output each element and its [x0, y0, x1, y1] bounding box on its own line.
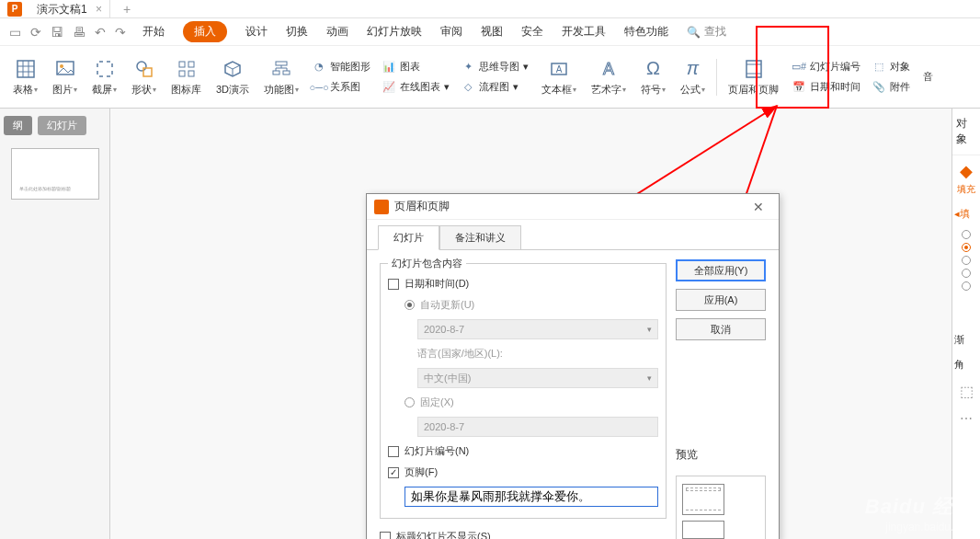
svg-rect-13	[276, 62, 287, 65]
ribbon-shapes[interactable]: 形状▾	[126, 50, 162, 105]
checkbox-datetime[interactable]	[388, 279, 399, 290]
menu-review[interactable]: 审阅	[440, 24, 462, 40]
checkbox-hide-title[interactable]	[380, 532, 391, 540]
dialog-tab-slide[interactable]: 幻灯片	[378, 225, 439, 250]
qat-print-icon[interactable]: 🖶	[73, 25, 85, 40]
menu-animation[interactable]: 动画	[326, 24, 348, 40]
svg-rect-12	[188, 71, 194, 76]
ribbon-onlinechart[interactable]: 📈在线图表▾	[378, 78, 453, 97]
apply-button[interactable]: 应用(A)	[676, 289, 766, 311]
footer-text-input[interactable]	[405, 487, 658, 507]
checkbox-footer[interactable]	[388, 467, 399, 478]
fill-option-5[interactable]	[962, 281, 971, 291]
ribbon-screenshot[interactable]: 截屏▾	[86, 50, 122, 105]
new-tab-button[interactable]: +	[118, 2, 136, 17]
title-bar: P 演示文稿1 × +	[0, 0, 980, 18]
datetime-icon: 📅	[792, 80, 806, 95]
qat-save-icon[interactable]: 🖫	[51, 25, 63, 40]
more-icon[interactable]: ⋯	[952, 406, 980, 431]
menu-transition[interactable]: 切换	[286, 24, 308, 40]
thumb-tab-slides[interactable]: 幻灯片	[38, 116, 86, 135]
menu-view[interactable]: 视图	[481, 24, 503, 40]
qat-undo-icon[interactable]: ↶	[95, 25, 106, 40]
ribbon-iconlib[interactable]: 图标库	[165, 50, 207, 105]
ribbon-smartart[interactable]: ◔智能图形	[308, 58, 374, 76]
ribbon-wordart[interactable]: A艺术字▾	[586, 50, 632, 105]
checkbox-slidenum[interactable]	[388, 446, 399, 457]
tab-close-icon[interactable]: ×	[96, 3, 102, 16]
attach-icon: 📎	[872, 80, 886, 95]
search-icon: 🔍	[687, 26, 701, 39]
fill-icon[interactable]: ◆填充	[952, 155, 980, 201]
menu-slideshow[interactable]: 幻灯片放映	[367, 24, 422, 40]
ribbon-object[interactable]: ⬚对象	[868, 58, 914, 76]
iconlib-icon	[176, 58, 198, 80]
dialog-title: 页眉和页脚	[394, 199, 450, 214]
ribbon-textbox[interactable]: A文本框▾	[536, 50, 582, 105]
fixed-date-input[interactable]: 2020-8-7	[417, 417, 658, 437]
menu-search[interactable]: 🔍 查找	[687, 24, 726, 40]
slide-thumbnail-1[interactable]: 单击此处添加标题/副标题	[11, 148, 99, 200]
onlinechart-icon: 📈	[382, 80, 396, 95]
svg-text:A: A	[556, 64, 563, 75]
svg-rect-0	[17, 61, 34, 77]
content-group: 幻灯片包含内容 日期和时间(D) 自动更新(U) 2020-8-7▾ 语言(国家…	[380, 263, 667, 519]
preview-label: 预览	[676, 447, 766, 463]
ribbon-datetime[interactable]: 📅日期和时间	[788, 78, 864, 97]
ribbon-equation[interactable]: π公式▾	[675, 50, 711, 105]
document-tab[interactable]: 演示文稿1 ×	[29, 0, 110, 18]
fill-option-2[interactable]	[962, 243, 971, 252]
qat-new-icon[interactable]: ▭	[9, 25, 21, 40]
menu-insert[interactable]: 插入	[183, 21, 227, 42]
ribbon-3d[interactable]: 3D演示	[211, 50, 255, 105]
ribbon-picture[interactable]: 图片▾	[47, 50, 83, 105]
svg-rect-14	[273, 71, 279, 75]
dialog-icon	[374, 200, 389, 214]
svg-text:A: A	[603, 60, 614, 78]
dialog-close-button[interactable]: ✕	[746, 196, 771, 218]
equation-icon: π	[682, 58, 704, 80]
menu-design[interactable]: 设计	[245, 24, 268, 40]
menu-devtools[interactable]: 开发工具	[562, 24, 606, 40]
ribbon-symbol[interactable]: Ω符号▾	[635, 50, 671, 105]
thumb-tab-outline[interactable]: 纲	[4, 116, 32, 135]
lang-dropdown[interactable]: 中文(中国)▾	[417, 368, 658, 388]
header-footer-dialog: 页眉和页脚 ✕ 幻灯片 备注和讲义 幻灯片包含内容 日期和时间(D) 自动更新(…	[366, 193, 780, 539]
svg-point-6	[60, 64, 63, 68]
ribbon-slidenum[interactable]: ▭#幻灯片编号	[788, 58, 864, 76]
apply-all-button[interactable]: 全部应用(Y)	[676, 259, 766, 281]
dialog-titlebar[interactable]: 页眉和页脚 ✕	[367, 194, 779, 220]
menu-tabs: 开始 插入 设计 切换 动画 幻灯片放映 审阅 视图 安全 开发工具 特色功能 …	[142, 21, 726, 42]
radio-fixed[interactable]	[405, 397, 415, 407]
ribbon-attach[interactable]: 📎附件	[868, 78, 914, 97]
qat-redo-icon[interactable]: ↷	[115, 25, 126, 40]
ribbon-headerfooter[interactable]: 页眉和页脚	[723, 50, 784, 105]
date-dropdown[interactable]: 2020-8-7▾	[417, 319, 658, 339]
menu-features[interactable]: 特色功能	[624, 24, 668, 40]
menu-start[interactable]: 开始	[142, 24, 165, 40]
dialog-tab-notes[interactable]: 备注和讲义	[439, 225, 521, 250]
corner-label: 角	[952, 352, 980, 377]
ribbon-mindmap[interactable]: ✦思维导图▾	[457, 58, 532, 76]
app-icon: P	[7, 2, 22, 17]
ribbon-relation[interactable]: ○─○关系图	[308, 78, 374, 97]
ribbon-funcchart[interactable]: 功能图▾	[258, 50, 304, 105]
radio-auto-update[interactable]	[405, 300, 415, 310]
ribbon: 表格▾ 图片▾ 截屏▾ 形状▾ 图标库 3D演示 功能图▾ ◔智能图形 ○─○关…	[0, 46, 980, 109]
funcchart-icon	[270, 58, 292, 80]
3d-icon	[222, 58, 244, 80]
qat-open-icon[interactable]: ⟳	[30, 25, 41, 40]
slidenum-icon: ▭#	[792, 60, 806, 75]
bucket-icon[interactable]: ⬚	[952, 377, 980, 406]
cancel-button[interactable]: 取消	[676, 318, 766, 340]
fill-option-3[interactable]	[962, 256, 971, 265]
ribbon-chart[interactable]: 📊图表	[378, 58, 453, 76]
ribbon-flowchart[interactable]: ◇流程图▾	[457, 78, 532, 97]
side-title: 对象	[952, 109, 980, 155]
ribbon-table[interactable]: 表格▾	[7, 50, 43, 105]
fill-option-4[interactable]	[962, 269, 971, 278]
menu-security[interactable]: 安全	[521, 24, 543, 40]
svg-rect-11	[179, 71, 185, 76]
ribbon-audio[interactable]: 音	[917, 50, 939, 105]
fill-option-1[interactable]	[962, 230, 971, 239]
